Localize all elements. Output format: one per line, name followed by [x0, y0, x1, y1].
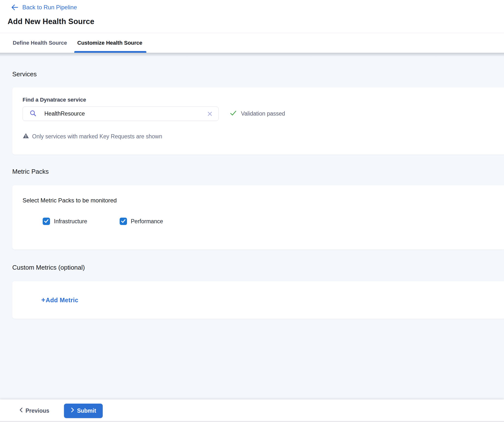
services-warning-label: Only services with marked Key Requests a… — [32, 133, 162, 140]
back-link[interactable]: Back to Run Pipeline — [11, 4, 77, 11]
checkbox-performance-label: Performance — [131, 218, 163, 225]
chevron-left-icon — [19, 407, 23, 414]
previous-button[interactable]: Previous — [19, 407, 49, 414]
warning-triangle-icon — [23, 133, 29, 140]
tab-define-health-source[interactable]: Define Health Source — [12, 33, 67, 53]
service-search-row: Validation passed — [23, 106, 494, 121]
checkmark-icon — [121, 218, 126, 225]
checkbox-checked-box — [120, 218, 127, 225]
metric-packs-card: Select Metric Packs to be monitored Infr… — [12, 185, 504, 250]
submit-button[interactable]: Submit — [64, 404, 103, 418]
search-icon — [30, 110, 37, 118]
service-search-label: Find a Dynatrace service — [23, 97, 494, 103]
checkbox-checked-box — [43, 218, 50, 225]
custom-metrics-heading: Custom Metrics (optional) — [12, 264, 504, 271]
services-warning: Only services with marked Key Requests a… — [23, 133, 494, 140]
services-card: Find a Dynatrace service — [12, 87, 504, 155]
tab-bar: Define Health Source Customize Health So… — [0, 33, 504, 53]
service-search-input[interactable] — [44, 110, 207, 117]
checkmark-icon — [44, 218, 49, 225]
validation-status-label: Validation passed — [241, 110, 285, 117]
arrow-left-icon — [11, 4, 18, 11]
metric-packs-options: Infrastructure Performance — [43, 218, 494, 225]
metric-packs-heading: Metric Packs — [12, 168, 504, 175]
validation-status: Validation passed — [230, 110, 285, 118]
service-search-box — [23, 106, 219, 121]
add-metric-button[interactable]: + Add Metric — [41, 296, 78, 304]
checkbox-infrastructure-label: Infrastructure — [54, 218, 87, 225]
metric-packs-subtitle: Select Metric Packs to be monitored — [23, 197, 494, 204]
plus-icon: + — [41, 296, 45, 304]
content-area: Services Find a Dynatrace service — [0, 53, 504, 399]
checkbox-infrastructure[interactable]: Infrastructure — [43, 218, 87, 225]
add-health-source-page: Back to Run Pipeline Add New Health Sour… — [0, 0, 504, 422]
close-icon[interactable] — [207, 111, 213, 117]
tab-customize-health-source[interactable]: Customize Health Source — [77, 33, 143, 53]
add-metric-label: Add Metric — [46, 297, 78, 304]
page-title: Add New Health Source — [8, 17, 504, 26]
check-icon — [230, 110, 237, 118]
custom-metrics-card: + Add Metric — [12, 281, 504, 319]
back-link-label: Back to Run Pipeline — [22, 4, 77, 11]
chevron-right-icon — [71, 407, 75, 414]
checkbox-performance[interactable]: Performance — [120, 218, 163, 225]
submit-button-label: Submit — [77, 408, 96, 414]
previous-button-label: Previous — [25, 408, 49, 414]
services-heading: Services — [12, 53, 504, 78]
page-header: Back to Run Pipeline Add New Health Sour… — [0, 0, 504, 33]
footer-bar: Previous Submit — [0, 399, 504, 422]
